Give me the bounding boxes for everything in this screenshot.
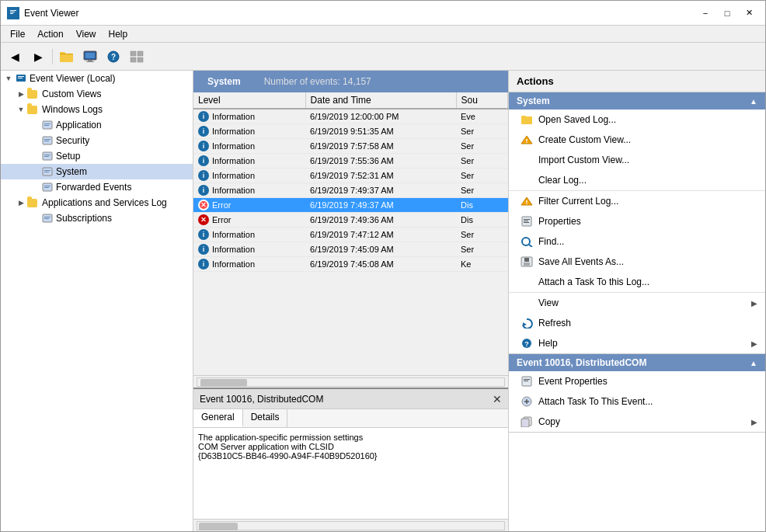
cell-datetime: 6/19/2019 7:47:12 AM (305, 228, 456, 242)
table-header-row: Level Date and Time Sou (193, 92, 508, 109)
event-list-hscroll[interactable] (193, 375, 508, 388)
col-datetime-header[interactable]: Date and Time (305, 92, 456, 109)
menu-view[interactable]: View (70, 27, 103, 41)
menu-help[interactable]: Help (103, 27, 134, 41)
level-label: Information (212, 112, 255, 121)
cell-source: Ser (456, 242, 508, 257)
table-row[interactable]: iInformation6/19/2019 7:45:08 AMKe (193, 257, 508, 272)
sidebar-label-security: Security (56, 135, 89, 146)
col-level-header[interactable]: Level (193, 92, 305, 109)
table-row[interactable]: iInformation6/19/2019 7:52:31 AMSer (193, 169, 508, 183)
close-button[interactable]: ✕ (739, 5, 759, 21)
table-row[interactable]: iInformation6/19/2019 7:49:37 AMSer (193, 183, 508, 198)
table-row[interactable]: iInformation6/19/2019 7:57:58 AMSer (193, 139, 508, 154)
toolbar-help-button[interactable]: ? (103, 46, 124, 68)
action-properties[interactable]: Properties (509, 211, 765, 231)
action-filter-log[interactable]: Filter Current Log... (509, 191, 765, 211)
windows-logs-icon (27, 103, 40, 116)
cell-datetime: 6/19/2019 7:49:37 AM (305, 183, 456, 198)
view-arrow-icon: ▶ (751, 299, 757, 308)
sidebar-label-system: System (56, 166, 87, 177)
attach-task-event-icon (520, 395, 534, 409)
sidebar-item-root[interactable]: ▼ Event Viewer (Local) (1, 71, 193, 86)
toolbar-back-button[interactable]: ◀ (4, 46, 26, 68)
toolbar-folder-button[interactable] (56, 46, 78, 68)
cell-source: Ser (456, 139, 508, 154)
error-icon: ✕ (198, 214, 209, 225)
event-detail-header: Event 10016, DistributedCOM ✕ (193, 389, 508, 409)
table-row[interactable]: ✕Error6/19/2019 7:49:37 AMDis (193, 198, 508, 213)
sidebar-item-subscriptions[interactable]: Subscriptions (1, 210, 193, 226)
svg-rect-21 (44, 123, 50, 124)
minimize-button[interactable]: − (695, 5, 716, 21)
table-row[interactable]: iInformation6/19/2019 12:00:00 PMEve (193, 109, 508, 124)
toolbar-forward-button[interactable]: ▶ (27, 46, 49, 68)
info-icon: i (198, 229, 209, 240)
toolbar-monitor-button[interactable] (79, 46, 101, 68)
cell-level: ✕Error (193, 213, 305, 228)
action-import-custom-view[interactable]: Import Custom View... (509, 150, 765, 170)
event-detail-content (193, 428, 508, 519)
svg-rect-6 (60, 54, 73, 54)
cell-level: iInformation (193, 169, 305, 183)
action-section-system-header[interactable]: System ▲ (509, 92, 765, 110)
sidebar-item-security[interactable]: Security (1, 133, 193, 148)
action-section-event-header[interactable]: Event 10016, DistributedCOM ▲ (509, 354, 765, 371)
svg-rect-9 (86, 61, 94, 62)
sidebar-item-setup[interactable]: Setup (1, 148, 193, 164)
cell-datetime: 6/19/2019 7:55:36 AM (305, 154, 456, 169)
action-attach-task-event[interactable]: Attach Task To This Event... (509, 391, 765, 412)
svg-rect-13 (131, 51, 136, 56)
info-icon: i (198, 170, 209, 181)
table-row[interactable]: iInformation6/19/2019 7:55:36 AMSer (193, 154, 508, 169)
action-create-custom-view[interactable]: Create Custom View... (509, 130, 765, 150)
table-row[interactable]: iInformation6/19/2019 7:47:12 AMSer (193, 228, 508, 242)
refresh-icon (520, 316, 534, 330)
menu-file[interactable]: File (4, 27, 31, 41)
action-attach-task-log[interactable]: Attach a Task To this Log... (509, 272, 765, 293)
action-refresh-label: Refresh (538, 318, 757, 329)
actions-header: Actions (509, 71, 765, 92)
action-copy[interactable]: Copy ▶ (509, 412, 765, 432)
event-detail-close-button[interactable]: ✕ (493, 393, 502, 405)
action-clear-log[interactable]: Clear Log... (509, 170, 765, 191)
action-refresh[interactable]: Refresh (509, 313, 765, 333)
cell-datetime: 6/19/2019 7:49:37 AM (305, 198, 456, 213)
action-event-properties[interactable]: Event Properties (509, 371, 765, 391)
action-find[interactable]: Find... (509, 231, 765, 252)
action-open-saved-log[interactable]: Open Saved Log... (509, 110, 765, 130)
tab-general[interactable]: General (193, 409, 243, 427)
cell-source: Ser (456, 169, 508, 183)
sidebar-item-system[interactable]: System (1, 164, 193, 179)
detail-hscroll[interactable] (193, 519, 508, 531)
table-row[interactable]: iInformation6/19/2019 9:51:35 AMSer (193, 124, 508, 139)
action-help[interactable]: ? Help ▶ (509, 333, 765, 353)
menu-action[interactable]: Action (31, 27, 69, 41)
maximize-button[interactable]: □ (717, 5, 737, 21)
action-view[interactable]: View ▶ (509, 293, 765, 313)
svg-rect-1 (10, 10, 16, 11)
tab-details[interactable]: Details (243, 409, 288, 427)
col-source-header[interactable]: Sou (456, 92, 508, 109)
table-row[interactable]: ✕Error6/19/2019 7:49:36 AMDis (193, 213, 508, 228)
sidebar-item-forwarded-events[interactable]: Forwarded Events (1, 179, 193, 195)
toolbar-grid-button[interactable] (126, 46, 148, 68)
table-row[interactable]: iInformation6/19/2019 7:45:09 AMSer (193, 242, 508, 257)
cell-datetime: 6/19/2019 7:52:31 AM (305, 169, 456, 183)
toolbar-separator-1 (52, 49, 53, 64)
cell-level: iInformation (193, 109, 305, 124)
sidebar-item-apps-services[interactable]: ▶ Applications and Services Log (1, 195, 193, 210)
event-table-scroll[interactable]: Level Date and Time Sou iInformation6/19… (193, 92, 508, 375)
help-icon: ? (520, 336, 534, 350)
action-save-all-events[interactable]: Save All Events As... (509, 252, 765, 272)
app-icon (7, 7, 19, 19)
sidebar-item-custom-views[interactable]: ▶ Custom Views (1, 86, 193, 102)
expand-setup-icon (29, 150, 41, 162)
sidebar-item-windows-logs[interactable]: ▼ Windows Logs (1, 102, 193, 117)
svg-rect-8 (88, 60, 92, 61)
event-list-header: System Number of events: 14,157 (193, 71, 508, 92)
svg-rect-25 (44, 141, 49, 141)
sidebar-item-application[interactable]: Application (1, 117, 193, 133)
event-detail-text[interactable] (198, 433, 503, 514)
filter-log-icon (520, 194, 534, 208)
